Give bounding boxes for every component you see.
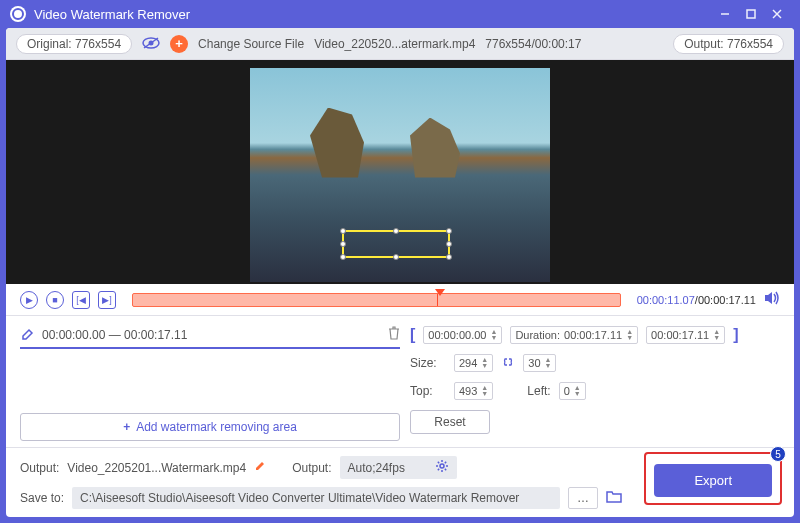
play-button[interactable]: ▶ (20, 291, 38, 309)
trim-end-bracket-icon[interactable]: ] (733, 326, 738, 344)
volume-icon[interactable] (764, 291, 780, 308)
output-size-pill: Output: 776x554 (673, 34, 784, 54)
step-back-button[interactable]: [◀ (72, 291, 90, 309)
output-file-label: Output: (20, 461, 59, 475)
source-filename: Video_220520...atermark.mp4 (314, 37, 475, 51)
original-size-pill: Original: 776x554 (16, 34, 132, 54)
minimize-button[interactable] (712, 4, 738, 24)
export-button[interactable]: Export (654, 464, 772, 497)
app-title: Video Watermark Remover (34, 7, 712, 22)
top-label: Top: (410, 384, 446, 398)
browse-button[interactable]: … (568, 487, 598, 509)
delete-range-icon[interactable] (388, 326, 400, 343)
maximize-button[interactable] (738, 4, 764, 24)
size-label: Size: (410, 356, 446, 370)
info-bar: Original: 776x554 + Change Source File V… (6, 28, 794, 60)
add-source-button[interactable]: + (170, 35, 188, 53)
visibility-toggle-icon[interactable] (142, 36, 160, 52)
output-format-label: Output: (292, 461, 331, 475)
reset-button[interactable]: Reset (410, 410, 490, 434)
source-fileinfo: 776x554/00:00:17 (485, 37, 581, 51)
titlebar: Video Watermark Remover (0, 0, 800, 28)
watermark-range-row[interactable]: 00:00:00.00 — 00:00:17.11 (20, 326, 400, 349)
time-display: 00:00:11.07/00:00:17.11 (637, 294, 756, 306)
export-bar: Output: Video_2205201...Watermark.mp4 Ou… (6, 447, 794, 517)
link-aspect-icon[interactable] (501, 356, 515, 370)
trim-start-bracket-icon[interactable]: [ (410, 326, 415, 344)
stop-button[interactable]: ■ (46, 291, 64, 309)
save-to-label: Save to: (20, 491, 64, 505)
step-badge: 5 (770, 446, 786, 462)
content-area: Original: 776x554 + Change Source File V… (6, 28, 794, 517)
step-forward-button[interactable]: ▶] (98, 291, 116, 309)
trim-row: [ 00:00:00.00▲▼ Duration:00:00:17.11▲▼ 0… (410, 326, 780, 344)
export-highlight: 5 Export (644, 452, 782, 505)
left-input[interactable]: 0▲▼ (559, 382, 586, 400)
output-filename: Video_2205201...Watermark.mp4 (67, 461, 246, 475)
gear-icon[interactable] (435, 459, 449, 476)
height-input[interactable]: 30▲▼ (523, 354, 556, 372)
open-folder-icon[interactable] (606, 490, 622, 506)
width-input[interactable]: 294▲▼ (454, 354, 493, 372)
rename-icon[interactable] (254, 460, 266, 475)
video-preview[interactable] (6, 60, 794, 284)
add-watermark-area-button[interactable]: + Add watermark removing area (20, 413, 400, 441)
svg-rect-1 (747, 10, 755, 18)
watermark-selection-box[interactable] (342, 230, 450, 258)
eraser-icon (20, 326, 34, 343)
range-text: 00:00:00.00 — 00:00:17.11 (42, 328, 187, 342)
settings-panel: 00:00:00.00 — 00:00:17.11 + Add watermar… (6, 316, 794, 447)
svg-point-7 (440, 464, 444, 468)
output-format-select[interactable]: Auto;24fps (340, 456, 457, 479)
playback-controls: ▶ ■ [◀ ▶] 00:00:11.07/00:00:17.11 (6, 284, 794, 316)
plus-icon: + (123, 420, 130, 434)
left-panel: 00:00:00.00 — 00:00:17.11 + Add watermar… (20, 326, 400, 441)
size-row: Size: 294▲▼ 30▲▼ (410, 354, 780, 372)
trim-end-input[interactable]: 00:00:17.11▲▼ (646, 326, 725, 344)
timeline-slider[interactable] (132, 293, 621, 307)
left-label: Left: (527, 384, 550, 398)
app-logo-icon (10, 6, 26, 22)
close-button[interactable] (764, 4, 790, 24)
trim-duration-input[interactable]: Duration:00:00:17.11▲▼ (510, 326, 638, 344)
change-source-link[interactable]: Change Source File (198, 37, 304, 51)
trim-start-input[interactable]: 00:00:00.00▲▼ (423, 326, 502, 344)
save-path-display: C:\Aiseesoft Studio\Aiseesoft Video Conv… (72, 487, 560, 509)
app-window: Video Watermark Remover Original: 776x55… (0, 0, 800, 523)
position-row: Top: 493▲▼ Left: 0▲▼ (410, 382, 780, 400)
right-panel: [ 00:00:00.00▲▼ Duration:00:00:17.11▲▼ 0… (410, 326, 780, 441)
top-input[interactable]: 493▲▼ (454, 382, 493, 400)
